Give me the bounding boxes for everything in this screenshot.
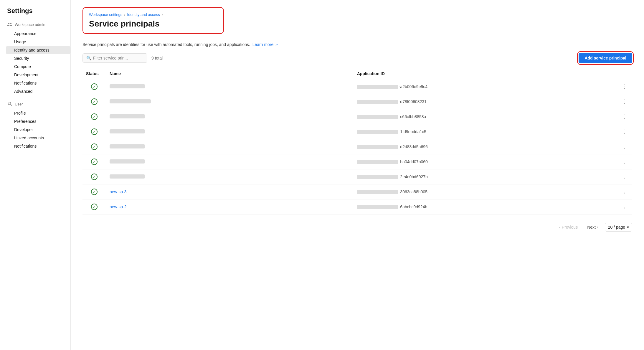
more-options-cell: ⋮	[616, 109, 632, 124]
svg-rect-2	[7, 25, 9, 26]
pagination: ‹ Previous Next › 20 / page ▾	[82, 220, 632, 232]
more-options-cell: ⋮	[616, 124, 632, 139]
app-id-blurred	[357, 175, 398, 179]
sidebar-item-usage[interactable]: Usage	[6, 38, 70, 46]
col-actions	[616, 68, 632, 79]
search-box: 🔍	[82, 53, 147, 63]
page-size-selector[interactable]: 20 / page ▾	[605, 223, 632, 232]
next-button[interactable]: Next ›	[584, 223, 601, 231]
app-id-blurred	[357, 130, 398, 134]
people-icon	[7, 22, 12, 27]
status-cell: ✓	[82, 169, 106, 184]
table-row: ✓-ba04dd07b060⋮	[82, 154, 632, 169]
service-principals-table: Status Name Application ID ✓-a2b006e9e9c…	[82, 68, 632, 214]
sidebar-item-advanced[interactable]: Advanced	[6, 87, 70, 95]
more-options-button[interactable]: ⋮	[620, 83, 629, 90]
more-options-button[interactable]: ⋮	[620, 188, 629, 196]
sidebar-item-preferences[interactable]: Preferences	[6, 117, 70, 126]
name-cell[interactable]: new-sp-3	[106, 184, 354, 199]
name-blurred	[110, 159, 145, 164]
app-id-suffix: -3063ca88b005	[399, 189, 427, 194]
active-status-icon: ✓	[91, 174, 98, 180]
sidebar-item-linked-accounts[interactable]: Linked accounts	[6, 134, 70, 142]
more-options-button[interactable]: ⋮	[620, 158, 629, 166]
name-cell	[106, 109, 354, 124]
name-cell	[106, 154, 354, 169]
name-cell	[106, 169, 354, 184]
table-row: ✓-d78f00608231⋮	[82, 94, 632, 109]
name-cell	[106, 139, 354, 154]
sidebar-item-security[interactable]: Security	[6, 54, 70, 62]
more-options-cell: ⋮	[616, 169, 632, 184]
sidebar: Settings Workspace admin Appearance Usag…	[0, 0, 71, 350]
sidebar-item-identity-access[interactable]: Identity and access	[6, 46, 70, 54]
name-link[interactable]: new-sp-2	[110, 204, 127, 209]
sidebar-section-user-header: User	[6, 100, 70, 108]
sidebar-item-development[interactable]: Development	[6, 71, 70, 79]
search-icon: 🔍	[86, 56, 91, 60]
previous-button[interactable]: ‹ Previous	[556, 223, 581, 231]
name-blurred	[110, 129, 145, 133]
table-row: ✓-d2d88dd5a696⋮	[82, 139, 632, 154]
page-title: Service principals	[89, 19, 217, 29]
more-options-button[interactable]: ⋮	[620, 98, 629, 105]
workspace-admin-label: Workspace admin	[15, 22, 45, 27]
more-options-button[interactable]: ⋮	[620, 203, 629, 211]
more-options-button[interactable]: ⋮	[620, 128, 629, 136]
more-options-cell: ⋮	[616, 154, 632, 169]
breadcrumb-identity-access[interactable]: Identity and access	[127, 12, 160, 17]
more-options-cell: ⋮	[616, 79, 632, 94]
chevron-right-icon: ›	[597, 225, 598, 230]
more-options-button[interactable]: ⋮	[620, 113, 629, 120]
app-id-cell: -c66cfbb8858a	[354, 109, 616, 124]
app-id-blurred	[357, 145, 398, 149]
app-id-blurred	[357, 205, 398, 209]
active-status-icon: ✓	[91, 83, 98, 90]
status-cell: ✓	[82, 124, 106, 139]
more-options-button[interactable]: ⋮	[620, 173, 629, 181]
sidebar-section-workspace: Workspace admin Appearance Usage Identit…	[6, 21, 70, 95]
name-cell	[106, 94, 354, 109]
sidebar-item-appearance[interactable]: Appearance	[6, 29, 70, 38]
table-header-row: Status Name Application ID	[82, 68, 632, 79]
more-options-button[interactable]: ⋮	[620, 143, 629, 151]
app-id-blurred	[357, 190, 398, 194]
description: Service principals are identities for us…	[82, 42, 632, 47]
page-header-box: Workspace settings › Identity and access…	[82, 7, 224, 34]
name-blurred	[110, 99, 151, 103]
sidebar-item-profile[interactable]: Profile	[6, 109, 70, 117]
table-row: ✓new-sp-2-6abcbc9d924b⋮	[82, 199, 632, 214]
learn-more-link[interactable]: Learn more ↗	[252, 42, 278, 47]
search-input[interactable]	[93, 56, 143, 60]
table-row: ✓-2e4e0bd6927b⋮	[82, 169, 632, 184]
name-cell[interactable]: new-sp-2	[106, 199, 354, 214]
svg-rect-3	[10, 25, 12, 26]
breadcrumb-workspace-settings[interactable]: Workspace settings	[89, 12, 122, 17]
sidebar-section-workspace-header: Workspace admin	[6, 21, 70, 28]
active-status-icon: ✓	[91, 143, 98, 150]
table-row: ✓-c66cfbb8858a⋮	[82, 109, 632, 124]
status-cell: ✓	[82, 199, 106, 214]
sidebar-item-user-notifications[interactable]: Notifications	[6, 142, 70, 150]
table-row: ✓-1fd9ebdda1c5⋮	[82, 124, 632, 139]
table-row: ✓new-sp-3-3063ca88b005⋮	[82, 184, 632, 199]
app-id-cell: -d78f00608231	[354, 94, 616, 109]
col-status: Status	[82, 68, 106, 79]
add-service-principal-button[interactable]: Add service principal	[579, 53, 632, 63]
toolbar: 🔍 9 total Add service principal	[82, 53, 632, 63]
sidebar-item-notifications[interactable]: Notifications	[6, 79, 70, 87]
app-id-cell: -d2d88dd5a696	[354, 139, 616, 154]
app-id-cell: -3063ca88b005	[354, 184, 616, 199]
col-app-id: Application ID	[354, 68, 616, 79]
more-options-cell: ⋮	[616, 199, 632, 214]
name-blurred	[110, 174, 145, 179]
sidebar-item-developer[interactable]: Developer	[6, 126, 70, 134]
sidebar-title: Settings	[6, 7, 70, 15]
more-options-cell: ⋮	[616, 184, 632, 199]
status-cell: ✓	[82, 109, 106, 124]
active-status-icon: ✓	[91, 204, 98, 210]
status-cell: ✓	[82, 139, 106, 154]
sidebar-item-compute[interactable]: Compute	[6, 62, 70, 71]
app-id-suffix: -d2d88dd5a696	[399, 144, 428, 149]
name-link[interactable]: new-sp-3	[110, 189, 127, 194]
